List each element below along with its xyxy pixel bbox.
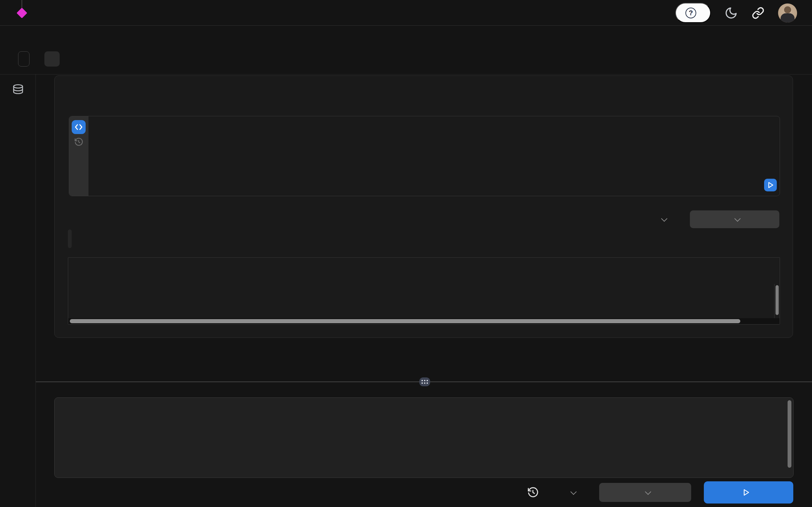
result-controls — [649, 210, 779, 228]
user-avatar[interactable] — [778, 3, 797, 22]
scrollbar-thumb[interactable] — [70, 319, 740, 323]
scrollbar-thumb[interactable] — [788, 400, 792, 468]
time-window-select[interactable] — [599, 483, 691, 502]
query-footer-bar — [36, 478, 812, 507]
breadcrumb — [18, 0, 47, 26]
history-button[interactable] — [527, 487, 539, 498]
logfire-logo-icon[interactable] — [16, 8, 27, 18]
left-sidebar — [0, 74, 36, 507]
top-right-actions: ? — [675, 0, 797, 26]
run-query-button[interactable] — [704, 481, 793, 504]
feedback-help-button[interactable]: ? — [675, 3, 711, 23]
theme-toggle-button[interactable] — [724, 6, 738, 20]
top-nav: ? — [0, 0, 812, 26]
query-editor-readonly — [69, 116, 780, 196]
results-table-wrap — [68, 257, 780, 325]
database-icon — [11, 83, 25, 97]
query-history-button[interactable] — [74, 137, 84, 147]
share-link-button[interactable] — [751, 6, 765, 20]
sql-editor[interactable] — [54, 397, 794, 478]
sql-code-input[interactable] — [55, 398, 793, 401]
sql-code-selected[interactable] — [89, 116, 780, 196]
run-this-query-button[interactable] — [764, 179, 777, 191]
add-tab-button[interactable] — [44, 51, 60, 66]
play-icon — [766, 181, 774, 189]
footer-controls — [527, 481, 793, 504]
link-icon — [752, 7, 764, 19]
format-code-button[interactable] — [72, 120, 86, 134]
chevron-down-icon[interactable] — [570, 489, 577, 495]
chevron-down-icon[interactable] — [661, 216, 667, 222]
history-icon — [527, 487, 539, 498]
result-view-tabs — [68, 229, 72, 248]
workspace-tab[interactable] — [18, 51, 30, 66]
editor-gutter — [69, 116, 89, 196]
editor-vertical-scrollbar[interactable] — [788, 400, 792, 470]
chevron-down-icon — [645, 489, 651, 495]
pane-resize-handle[interactable] — [419, 377, 430, 386]
scrollbar-thumb[interactable] — [775, 285, 779, 315]
chevron-down-icon — [734, 216, 741, 222]
content-divider — [0, 74, 812, 74]
history-icon — [74, 137, 84, 147]
schema-browser-button[interactable] — [11, 83, 25, 97]
play-icon — [742, 488, 751, 497]
explore-page: ? — [0, 0, 812, 507]
result-meta-row — [69, 210, 779, 228]
close-card-button[interactable] — [767, 87, 780, 100]
time-window-select[interactable] — [690, 210, 779, 228]
table-horizontal-scrollbar[interactable] — [68, 318, 780, 324]
help-question-icon: ? — [686, 8, 696, 18]
query-history-card — [54, 75, 793, 338]
moon-icon — [724, 6, 738, 20]
code-icon — [74, 122, 84, 132]
